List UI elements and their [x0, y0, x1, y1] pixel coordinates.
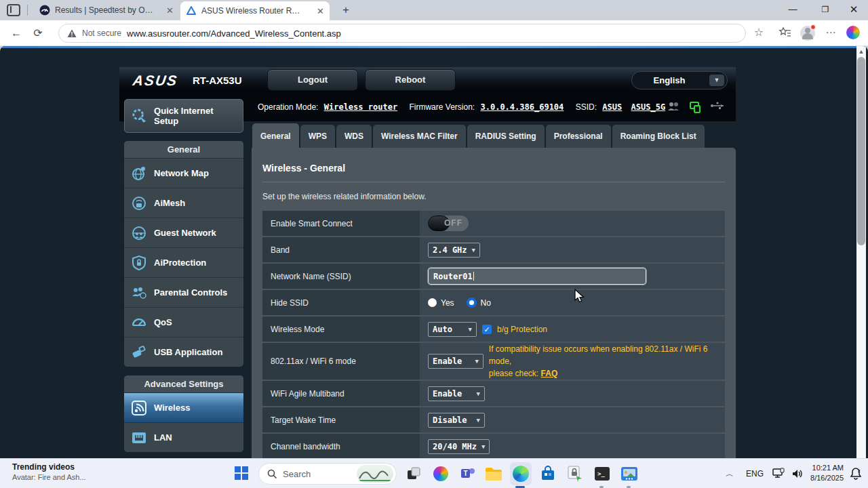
asus-logo: ASUS [132, 73, 179, 89]
browser-tab-asus-router[interactable]: ASUS Wireless Router RT-AX53U ✕ [180, 1, 330, 20]
ax-mode-select[interactable]: Enable▼ [428, 354, 484, 369]
widgets-button[interactable]: Trending videos Avatar: Fire and Ash... [12, 462, 86, 481]
bg-protection-checkbox[interactable]: ✓ [482, 325, 492, 334]
bookmark-star-icon[interactable]: ☆ [751, 26, 766, 41]
logout-button[interactable]: Logout [267, 69, 358, 91]
field-label: Channel bandwidth [262, 434, 420, 458]
operation-mode-link[interactable]: Wireless router [324, 102, 397, 112]
sidebar-item-aimesh[interactable]: AiMesh [124, 188, 243, 218]
target-wake-time-select[interactable]: Disable▼ [428, 413, 485, 428]
sidebar-item-guest-network[interactable]: Guest Network [124, 218, 243, 247]
microsoft-store-icon[interactable] [538, 464, 557, 483]
window-close-button[interactable]: ✕ [840, 0, 868, 20]
profile-avatar[interactable] [800, 26, 815, 41]
close-tab-icon[interactable]: ✕ [166, 5, 174, 16]
language-indicator[interactable]: ENG [743, 464, 766, 483]
tab-wireless-mac-filter[interactable]: Wireless MAC Filter [373, 125, 466, 148]
hide-ssid-yes-radio[interactable] [428, 298, 437, 307]
media-app-icon[interactable] [620, 464, 639, 483]
close-tab-icon[interactable]: ✕ [317, 6, 324, 16]
reboot-button[interactable]: Reboot [365, 69, 456, 91]
browser-menu-icon[interactable]: ⋯ [823, 26, 838, 41]
sidebar-item-label: Quick Internet Setup [154, 106, 237, 126]
sidebar-item-network-map[interactable]: Network Map [124, 158, 243, 188]
teams-icon[interactable]: T [458, 464, 477, 483]
band-select[interactable]: 2.4 GHz▼ [428, 243, 480, 258]
clock[interactable]: 10:21 AM 8/16/2025 [808, 463, 844, 483]
taskbar-search[interactable]: Search [258, 463, 397, 485]
scrollbar-thumb[interactable] [857, 57, 865, 245]
sidebar-item-qos[interactable]: QoS [124, 307, 243, 337]
sidebar-item-parental-controls[interactable]: Parental Controls [124, 277, 243, 307]
language-label: English [632, 72, 707, 89]
connected-devices-icon[interactable] [688, 100, 702, 114]
window-minimize-button[interactable]: — [778, 0, 807, 20]
favorites-list-icon[interactable] [778, 26, 793, 41]
tab-wps[interactable]: WPS [300, 125, 335, 148]
faq-link[interactable]: FAQ [541, 369, 558, 378]
refresh-button[interactable]: ⟳ [30, 25, 46, 41]
tab-radius-setting[interactable]: RADIUS Setting [467, 125, 545, 148]
mouse-cursor [573, 289, 587, 304]
ssid-input[interactable]: Router01 [428, 268, 646, 285]
not-secure-warning-icon [67, 29, 77, 38]
firmware-label: Firmware Version: [409, 102, 475, 112]
tray-chevron-icon[interactable]: ︿ [720, 464, 739, 483]
tab-layout-icon[interactable] [7, 4, 20, 16]
scroll-up-arrow-icon[interactable]: ▲ [856, 46, 866, 57]
wireless-mode-select[interactable]: Auto▼ [428, 322, 477, 337]
address-bar[interactable]: Not secure www.asusrouter.com/Advanced_W… [58, 24, 746, 43]
tab-professional[interactable]: Professional [546, 125, 611, 148]
sidebar-item-label: AiProtection [154, 258, 206, 268]
ssid-5g-link[interactable]: ASUS_5G [631, 102, 666, 112]
router-header: ASUS RT-AX53U Logout Reboot English ▼ [119, 67, 736, 94]
search-highlight-image[interactable] [357, 465, 393, 483]
row-ax-mode: 802.11ax / WiFi 6 mode Enable▼ If compat… [262, 343, 725, 380]
channel-bandwidth-select[interactable]: 20/40 MHz▼ [428, 439, 490, 454]
sidebar-item-usb-application[interactable]: USB Application [124, 337, 243, 367]
sidebar-item-aiprotection[interactable]: AiProtection [124, 247, 243, 277]
tab-general[interactable]: General [252, 123, 299, 148]
terminal-icon[interactable]: >_ [593, 464, 612, 483]
copilot-icon[interactable] [846, 26, 860, 39]
start-button[interactable] [233, 465, 251, 483]
edge-icon[interactable] [511, 464, 530, 483]
browser-tab-speedtest[interactable]: Results | Speedtest by Ookla ✕ [34, 1, 179, 19]
tab-wds[interactable]: WDS [336, 125, 372, 148]
agile-multiband-select[interactable]: Enable▼ [428, 386, 485, 401]
smart-connect-toggle[interactable]: OFF [428, 216, 469, 231]
usb-status-icon[interactable] [710, 100, 725, 111]
quick-setup-icon [130, 106, 149, 125]
hide-ssid-no-radio[interactable] [467, 298, 477, 308]
notification-bell-icon[interactable]: z [846, 464, 865, 483]
network-tray-icon[interactable] [769, 464, 788, 483]
sidebar-item-label: Guest Network [154, 228, 216, 238]
task-view-icon[interactable] [404, 464, 423, 483]
new-tab-button[interactable]: + [338, 3, 354, 19]
page-scrollbar[interactable]: ▲ [856, 46, 866, 458]
ssid-24-link[interactable]: ASUS [602, 102, 622, 112]
wireless-general-panel: Wireless - General Set up the wireless r… [252, 148, 736, 458]
sidebar-section-general: General Network Map AiMesh Guest Network… [124, 141, 243, 367]
divider [262, 182, 725, 182]
chevron-down-icon: ▼ [709, 75, 724, 86]
svg-text:>_: >_ [597, 470, 605, 477]
security-app-icon[interactable] [566, 464, 585, 483]
clients-icon[interactable] [667, 100, 680, 114]
wireless-icon [131, 400, 147, 416]
sidebar-item-label: LAN [154, 432, 172, 443]
sidebar-item-quick-internet-setup[interactable]: Quick Internet Setup [124, 99, 243, 133]
tab-roaming-block-list[interactable]: Roaming Block List [612, 125, 705, 148]
back-button[interactable]: ← [8, 25, 24, 41]
language-selector[interactable]: English ▼ [631, 71, 728, 89]
file-explorer-icon[interactable] [484, 464, 503, 483]
window-restore-button[interactable]: ❐ [811, 0, 840, 20]
browser-toolbar: ← ⟳ Not secure www.asusrouter.com/Advanc… [0, 20, 868, 46]
volume-tray-icon[interactable] [788, 464, 807, 483]
sidebar-item-wireless[interactable]: Wireless [124, 392, 243, 422]
checkbox-label: b/g Protection [497, 325, 547, 334]
sidebar-item-lan[interactable]: LAN [124, 422, 243, 452]
row-channel-bandwidth: Channel bandwidth 20/40 MHz▼ [262, 434, 725, 458]
copilot-app-icon[interactable] [431, 464, 450, 483]
firmware-version-link[interactable]: 3.0.0.4.386_69104 [481, 102, 564, 112]
